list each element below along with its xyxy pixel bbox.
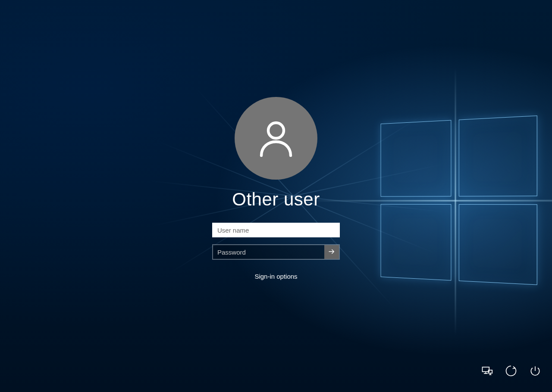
network-icon — [481, 365, 493, 379]
person-icon — [255, 117, 297, 160]
password-row — [212, 244, 340, 260]
network-button[interactable] — [480, 364, 494, 379]
windows-logo — [381, 115, 540, 288]
sign-in-options-link[interactable]: Sign-in options — [211, 273, 341, 280]
account-title: Other user — [211, 189, 341, 210]
power-icon — [529, 365, 541, 379]
username-row — [212, 223, 340, 237]
ease-of-access-button[interactable] — [504, 364, 518, 379]
username-input[interactable] — [212, 223, 340, 237]
login-panel: Other user Sign-in options — [211, 97, 341, 280]
submit-button[interactable] — [324, 245, 339, 259]
password-input[interactable] — [213, 245, 324, 259]
ease-of-access-icon — [505, 365, 517, 379]
arrow-right-icon — [328, 248, 336, 257]
avatar — [235, 97, 317, 180]
svg-point-0 — [268, 123, 284, 138]
power-button[interactable] — [528, 364, 543, 379]
system-buttons — [480, 364, 543, 379]
